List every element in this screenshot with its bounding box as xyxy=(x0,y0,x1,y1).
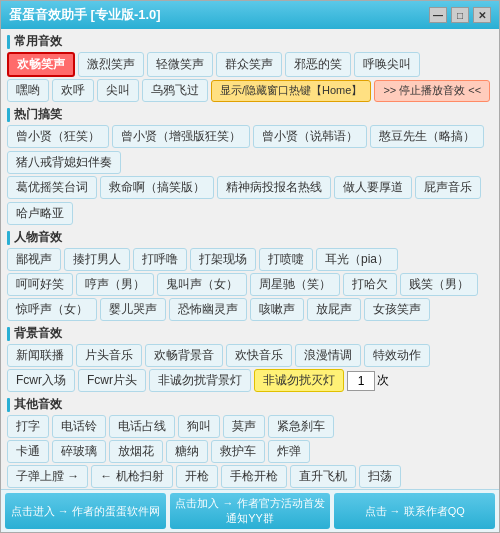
btn-shouqiang[interactable]: 手枪开枪 xyxy=(221,465,287,488)
btn-saodang[interactable]: 扫荡 xyxy=(359,465,401,488)
btn-qunzhong[interactable]: 群众笑声 xyxy=(216,52,282,77)
btn-mosheng[interactable]: 莫声 xyxy=(223,415,265,438)
btn-kaiqiang[interactable]: 开枪 xyxy=(176,465,218,488)
btn-baby[interactable]: 婴儿哭声 xyxy=(100,298,166,321)
section-background: 背景音效 新闻联播 片头音乐 欢畅背景音 欢快音乐 浪漫情调 特效动作 Fcwr… xyxy=(7,325,493,392)
footer-btn-1[interactable]: 点击进入 → 作者的蛋蛋软件网 xyxy=(5,493,166,529)
btn-suiboli[interactable]: 碎玻璃 xyxy=(52,440,106,463)
btn-hensheng[interactable]: 哼声（男） xyxy=(76,273,154,296)
btn-dazi[interactable]: 打字 xyxy=(7,415,49,438)
btn-bimu[interactable]: 屁声音乐 xyxy=(415,176,481,199)
footer-btn-2[interactable]: 点击加入 → 作者官方活动首发通知YY群 xyxy=(170,493,331,529)
btn-qingwei[interactable]: 轻微笑声 xyxy=(147,52,213,77)
btn-dajia[interactable]: 打架现场 xyxy=(190,248,256,271)
btn-fangyanhua[interactable]: 放烟花 xyxy=(109,440,163,463)
btn-tangna[interactable]: 糖纳 xyxy=(166,440,208,463)
btn-dianhualing[interactable]: 电话铃 xyxy=(52,415,106,438)
btn-goujiao[interactable]: 狗叫 xyxy=(178,415,220,438)
other-row-2: 卡通 碎玻璃 放烟花 糖纳 救护车 炸弹 xyxy=(7,440,493,463)
btn-feichangwu1[interactable]: 非诚勿扰背景灯 xyxy=(149,369,251,392)
btn-katong[interactable]: 卡通 xyxy=(7,440,49,463)
btn-huanhu[interactable]: 欢呼 xyxy=(52,79,94,102)
btn-dianhuazaixian[interactable]: 电话占线 xyxy=(109,415,175,438)
window-title: 蛋蛋音效助手 [专业版-1.0] xyxy=(9,6,429,24)
footer: 点击进入 → 作者的蛋蛋软件网 点击加入 → 作者官方活动首发通知YY群 点击 … xyxy=(1,489,499,532)
btn-biqiu[interactable]: 鄙视声 xyxy=(7,248,61,271)
btn-wuya[interactable]: 乌鸦飞过 xyxy=(142,79,208,102)
btn-xiaojun3[interactable]: 曾小贤（说韩语） xyxy=(253,125,367,148)
btn-fcwr-piantou[interactable]: Fcwr片头 xyxy=(78,369,146,392)
btn-huhuan[interactable]: 呼唤尖叫 xyxy=(354,52,420,77)
btn-kuaile[interactable]: 欢快音乐 xyxy=(226,344,292,367)
btn-ouke[interactable]: 咳嗽声 xyxy=(250,298,304,321)
common-row-2: 嘿哟 欢呼 尖叫 乌鸦飞过 显示/隐藏窗口热键【Home】 >> 停止播放音效 … xyxy=(7,79,493,102)
btn-jiumi[interactable]: 救命啊（搞笑版） xyxy=(100,176,214,199)
counter-label: 次 xyxy=(377,372,389,389)
btn-fcwr-ruchang[interactable]: Fcwr入场 xyxy=(7,369,75,392)
close-button[interactable]: ✕ xyxy=(473,7,491,23)
btn-kongbu[interactable]: 恐怖幽灵声 xyxy=(169,298,247,321)
maximize-button[interactable]: □ xyxy=(451,7,469,23)
btn-zhifei[interactable]: 直升飞机 xyxy=(290,465,356,488)
btn-hesen[interactable]: 憨豆先生（略搞） xyxy=(370,125,484,148)
person-row-3: 惊呼声（女） 婴儿哭声 恐怖幽灵声 咳嗽声 放屁声 女孩笑声 xyxy=(7,298,493,321)
footer-btn-3[interactable]: 点击 → 联系作者QQ xyxy=(334,493,495,529)
btn-feichangwu2[interactable]: 非诚勿扰灭灯 xyxy=(254,369,344,392)
btn-heneng[interactable]: 嘿哟 xyxy=(7,79,49,102)
btn-zhadan[interactable]: 炸弹 xyxy=(268,440,310,463)
btn-monkey[interactable]: 猪八戒背媳妇伴奏 xyxy=(7,151,121,174)
minimize-button[interactable]: — xyxy=(429,7,447,23)
btn-wusha[interactable]: 周星驰（笑） xyxy=(250,273,340,296)
hot-row-2: 葛优摇笑台词 救命啊（搞笑版） 精神病投报名热线 做人要厚道 屁声音乐 哈卢略亚 xyxy=(7,176,493,225)
btn-langman[interactable]: 浪漫情调 xyxy=(295,344,361,367)
btn-haluoge[interactable]: 哈卢略亚 xyxy=(7,202,73,225)
btn-jianjiao[interactable]: 尖叫 xyxy=(97,79,139,102)
btn-renhou[interactable]: 做人要厚道 xyxy=(334,176,412,199)
section-common-label: 常用音效 xyxy=(7,33,493,50)
btn-xiaojun2[interactable]: 曾小贤（增强版狂笑） xyxy=(112,125,250,148)
section-background-label: 背景音效 xyxy=(7,325,493,342)
btn-jiaoda[interactable]: 揍打男人 xyxy=(64,248,130,271)
section-common: 常用音效 欢畅笑声 激烈笑声 轻微笑声 群众笑声 邪恶的笑 呼唤尖叫 嘿哟 欢呼… xyxy=(7,33,493,102)
btn-jinjichiche[interactable]: 紧急刹车 xyxy=(268,415,334,438)
btn-huankuai[interactable]: 欢畅背景音 xyxy=(145,344,223,367)
btn-dahu[interactable]: 打呼噜 xyxy=(133,248,187,271)
btn-piantouyinyue[interactable]: 片头音乐 xyxy=(76,344,142,367)
btn-jiguansao[interactable]: ← 机枪扫射 xyxy=(91,465,172,488)
btn-huanxin[interactable]: 欢畅笑声 xyxy=(7,52,75,77)
btn-jilie[interactable]: 激烈笑声 xyxy=(78,52,144,77)
btn-guijiao[interactable]: 鬼叫声（女） xyxy=(157,273,247,296)
btn-ge[interactable]: 葛优摇笑台词 xyxy=(7,176,97,199)
btn-zidanshang[interactable]: 子弹上膛 → xyxy=(7,465,88,488)
section-hot: 热门搞笑 曾小贤（狂笑） 曾小贤（增强版狂笑） 曾小贤（说韩语） 憨豆先生（略搞… xyxy=(7,106,493,225)
btn-xiee[interactable]: 邪恶的笑 xyxy=(285,52,351,77)
common-row-1: 欢畅笑声 激烈笑声 轻微笑声 群众笑声 邪恶的笑 呼唤尖叫 xyxy=(7,52,493,77)
btn-hotkey[interactable]: 显示/隐藏窗口热键【Home】 xyxy=(211,80,371,102)
btn-wawacu[interactable]: 呵呵好笑 xyxy=(7,273,73,296)
hot-row-1: 曾小贤（狂笑） 曾小贤（增强版狂笑） 曾小贤（说韩语） 憨豆先生（略搞） 猪八戒… xyxy=(7,125,493,174)
btn-tezao[interactable]: 特效动作 xyxy=(364,344,430,367)
other-row-3: 子弹上膛 → ← 机枪扫射 开枪 手枪开枪 直升飞机 扫荡 xyxy=(7,465,493,488)
btn-jiuhu[interactable]: 救护车 xyxy=(211,440,265,463)
counter-input[interactable] xyxy=(347,371,375,391)
bg-row-1: 新闻联播 片头音乐 欢畅背景音 欢快音乐 浪漫情调 特效动作 xyxy=(7,344,493,367)
btn-erguang[interactable]: 耳光（pia） xyxy=(316,248,398,271)
btn-stop[interactable]: >> 停止播放音效 << xyxy=(374,80,490,102)
main-window: 蛋蛋音效助手 [专业版-1.0] — □ ✕ 常用音效 欢畅笑声 激烈笑声 轻微… xyxy=(0,0,500,533)
btn-dahe[interactable]: 打哈欠 xyxy=(343,273,397,296)
btn-wukuhun[interactable]: 惊呼声（女） xyxy=(7,298,97,321)
btn-piaoxiao[interactable]: 贱笑（男） xyxy=(400,273,478,296)
btn-xinwen[interactable]: 新闻联播 xyxy=(7,344,73,367)
bg-row-2: Fcwr入场 Fcwr片头 非诚勿扰背景灯 非诚勿扰灭灯 次 xyxy=(7,369,493,392)
btn-nvxiao[interactable]: 女孩笑声 xyxy=(364,298,430,321)
btn-xiaojun1[interactable]: 曾小贤（狂笑） xyxy=(7,125,109,148)
section-person: 人物音效 鄙视声 揍打男人 打呼噜 打架现场 打喷嚏 耳光（pia） 呵呵好笑 … xyxy=(7,229,493,321)
btn-jingshen[interactable]: 精神病投报名热线 xyxy=(217,176,331,199)
btn-dati[interactable]: 打喷嚏 xyxy=(259,248,313,271)
person-row-1: 鄙视声 揍打男人 打呼噜 打架现场 打喷嚏 耳光（pia） xyxy=(7,248,493,271)
section-other: 其他音效 打字 电话铃 电话占线 狗叫 莫声 紧急刹车 卡通 碎玻璃 放烟花 糖… xyxy=(7,396,493,489)
other-row-1: 打字 电话铃 电话占线 狗叫 莫声 紧急刹车 xyxy=(7,415,493,438)
btn-fangpi[interactable]: 放屁声 xyxy=(307,298,361,321)
window-controls: — □ ✕ xyxy=(429,7,491,23)
main-content: 常用音效 欢畅笑声 激烈笑声 轻微笑声 群众笑声 邪恶的笑 呼唤尖叫 嘿哟 欢呼… xyxy=(1,29,499,489)
